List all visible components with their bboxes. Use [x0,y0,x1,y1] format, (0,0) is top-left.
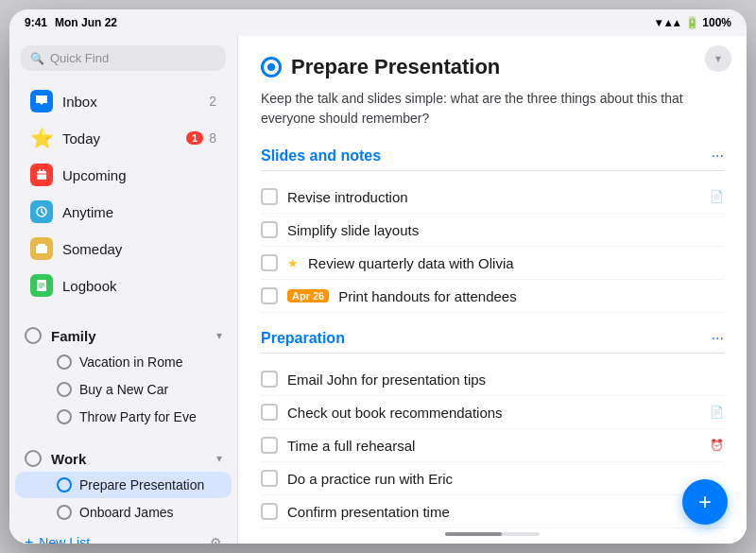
throwparty-label: Throw Party for Eve [79,409,197,424]
status-right: ▾ ▴ ▴ 🔋 100% [656,16,731,29]
inbox-label: Inbox [62,94,209,110]
group-family-header[interactable]: Family ▾ [9,320,237,348]
task-item-s4: Apr 26 Print handouts for attendees [261,280,724,313]
buycar-label: Buy a New Car [79,382,168,397]
task-text-p3: Time a full rehearsal [287,438,700,454]
group-work-header[interactable]: Work ▾ [9,442,237,471]
chevron-down-icon: ▾ [715,52,721,65]
task-text-p1: Email John for presentation tips [287,372,724,388]
sidebar-item-prepare[interactable]: Prepare Presentation [15,472,232,498]
upcoming-icon [30,164,53,186]
throwparty-circle-icon [57,409,72,424]
buycar-circle-icon [57,382,72,397]
group-family: Family ▾ Vacation in Rome Buy a New Car … [9,320,237,431]
sidebar-item-onboard[interactable]: Onboard James [15,499,232,526]
preparation-section-header: Preparation ··· [261,330,724,354]
scroll-indicator [445,532,540,536]
anytime-label: Anytime [62,204,216,220]
task-title: Prepare Presentation [291,55,702,79]
today-icon: ⭐ [30,127,53,149]
inbox-count: 2 [209,94,216,109]
vacation-circle-icon [57,354,72,370]
svg-rect-0 [37,171,46,180]
clock-icon-p3: ⏰ [710,439,724,452]
search-bar[interactable]: 🔍 Quick Find [21,45,226,71]
task-text-s1: Revise introduction [287,189,700,205]
sidebar-item-logbook[interactable]: Logbook [15,268,232,303]
task-item-s2: Simplify slide layouts [261,214,724,247]
task-item-p5: Confirm presentation time ⏰ [261,495,724,528]
add-task-fab[interactable]: + [682,479,728,525]
sidebar-item-today[interactable]: ⭐ Today 1 8 [15,120,232,156]
sidebar-item-vacation[interactable]: Vacation in Rome [15,349,232,375]
today-label: Today [62,130,186,147]
scroll-indicator-inner [445,532,502,536]
new-list-label: New List [39,535,210,544]
task-title-row: Prepare Presentation ··· [261,55,724,79]
logbook-icon [30,274,53,297]
note-icon-p2: 📄 [710,406,724,419]
battery-icon: 🔋 100% [685,16,731,29]
preparation-section-title: Preparation [261,330,345,347]
task-item-p4: Do a practice run with Eric [261,462,724,495]
preparation-more-button[interactable]: ··· [712,330,724,347]
family-chevron-icon: ▾ [216,329,222,342]
task-item-p3: Time a full rehearsal ⏰ [261,429,724,462]
work-circle-icon [25,450,42,467]
sidebar-item-anytime[interactable]: Anytime [15,194,232,230]
prepare-circle-icon [57,477,72,493]
checkbox-p1[interactable] [261,371,278,388]
sidebar-item-someday[interactable]: Someday [15,231,232,267]
family-label: Family [51,328,216,344]
sidebar-item-buycar[interactable]: Buy a New Car [15,376,232,403]
checkbox-s2[interactable] [261,221,278,238]
sidebar-item-inbox[interactable]: Inbox 2 [15,83,232,119]
sidebar-item-throwparty[interactable]: Throw Party for Eve [15,404,232,430]
checkbox-p4[interactable] [261,470,278,487]
task-text-s4: Print handouts for attendees [338,288,724,304]
collapse-button[interactable]: ▾ [705,45,731,72]
today-badge: 1 [186,131,203,145]
search-placeholder: Quick Find [50,51,109,65]
task-text-s2: Simplify slide layouts [287,222,724,238]
status-left: 9:41 Mon Jun 22 [25,16,117,29]
slides-section-header: Slides and notes ··· [261,147,724,171]
detail-scroll: Prepare Presentation ··· Keep the talk a… [238,36,747,544]
slides-more-button[interactable]: ··· [712,147,724,164]
star-icon-s3: ★ [287,256,299,270]
new-list-row[interactable]: + New List ⚙ [9,527,237,544]
checkbox-p3[interactable] [261,437,278,454]
task-item-p1: Email John for presentation tips [261,363,724,396]
work-chevron-icon: ▾ [216,452,222,465]
sidebar: 🔍 Quick Find Inbox 2 ⭐ To [9,36,238,544]
detail-pane: ▾ Prepare Presentation ··· Keep the talk… [238,36,747,544]
section-preparation: Preparation ··· Email John for presentat… [261,330,724,528]
priority-icon [261,57,282,78]
onboard-circle-icon [57,505,72,520]
anytime-icon [30,200,53,223]
someday-label: Someday [62,241,216,257]
checkbox-s4[interactable] [261,287,278,304]
svg-rect-6 [38,244,45,248]
checkbox-p5[interactable] [261,503,278,520]
upcoming-label: Upcoming [62,167,216,183]
task-item-s1: Revise introduction 📄 [261,181,724,214]
task-text-p5: Confirm presentation time [287,504,700,520]
section-slides: Slides and notes ··· Revise introduction… [261,147,724,313]
task-text-p2: Check out book recommendations [287,405,700,421]
search-icon: 🔍 [30,52,44,65]
checkbox-s1[interactable] [261,188,278,205]
inbox-icon [30,90,53,112]
gear-icon[interactable]: ⚙ [210,535,222,544]
main-content: 🔍 Quick Find Inbox 2 ⭐ To [9,36,747,544]
nav-section: Inbox 2 ⭐ Today 1 8 [9,78,237,308]
prepare-label: Prepare Presentation [79,477,204,493]
note-icon-s1: 📄 [710,190,724,203]
checkbox-s3[interactable] [261,254,278,271]
checkbox-p2[interactable] [261,404,278,421]
date: Mon Jun 22 [55,16,117,29]
ipad-frame: 9:41 Mon Jun 22 ▾ ▴ ▴ 🔋 100% 🔍 Quick Fin… [9,9,747,544]
onboard-label: Onboard James [79,505,174,520]
date-badge-s4: Apr 26 [287,289,329,302]
sidebar-item-upcoming[interactable]: Upcoming [15,157,232,193]
